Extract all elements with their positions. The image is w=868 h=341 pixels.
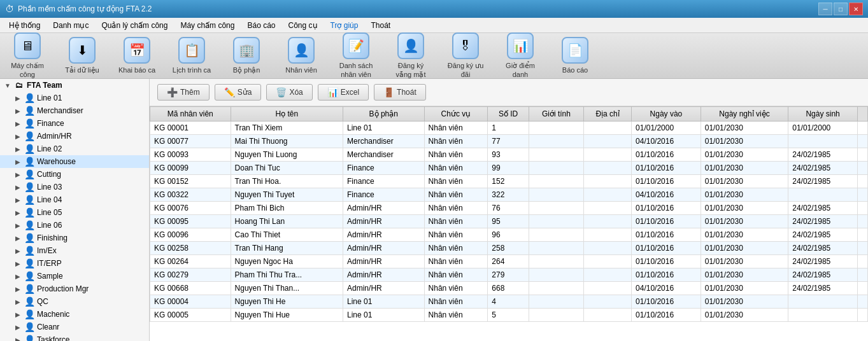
- table-row[interactable]: KG 00005Nguyen Thi HueLine 01Nhân viên50…: [150, 309, 868, 322]
- table-row[interactable]: KG 00322Nguyen Thi TuyetFinanceNhân viên…: [150, 188, 868, 202]
- cell-4-8: 01/01/2030: [701, 175, 788, 188]
- sidebar-label-16: QC: [36, 297, 48, 306]
- table-row[interactable]: KG 00077Mai Thi ThuongMerchandiserNhân v…: [150, 135, 868, 148]
- table-row[interactable]: KG 00258Tran Thi HangAdmin/HRNhân viên25…: [150, 242, 868, 255]
- toggle-15: ▶: [13, 286, 23, 293]
- toggle-12: ▶: [13, 247, 23, 254]
- close-button[interactable]: ✕: [849, 3, 863, 15]
- cell-5-9: [788, 188, 858, 202]
- sidebar-item-line-05[interactable]: ▶ 👤 Line 05: [0, 206, 149, 219]
- toolbar-btn-9[interactable]: 📊Giờ điểm danh: [498, 30, 543, 81]
- menu-item-máy-chấm-công[interactable]: Máy chấm công: [174, 20, 241, 31]
- sidebar-item-line-03[interactable]: ▶ 👤 Line 03: [0, 181, 149, 193]
- toolbar-label-8: Đăng ký ưu đãi: [448, 62, 484, 78]
- cell-2-3: Nhân viên: [424, 148, 488, 162]
- menu-item-danh-mục[interactable]: Danh mục: [46, 20, 95, 31]
- menu-item-quản-lý-chấm-công[interactable]: Quản lý chấm công: [95, 20, 174, 31]
- toggle-2: ▶: [13, 120, 23, 127]
- toolbar-btn-5[interactable]: 👤Nhân viên: [279, 34, 324, 77]
- action-toolbar: ➕ Thêm ✏️ Sửa 🗑️ Xóa 📊 Excel 🚪 Thoát: [150, 79, 868, 106]
- cell-14-6: [584, 309, 632, 322]
- toolbar-icon-5: 👤: [288, 37, 315, 64]
- toolbar-btn-4[interactable]: 🏢Bộ phận: [224, 34, 269, 77]
- col-header-6: Địa chỉ: [584, 107, 632, 122]
- excel-button[interactable]: 📊 Excel: [318, 84, 369, 101]
- sidebar-item-machenic[interactable]: ▶ 👤 Machenic: [0, 308, 149, 321]
- sidebar-item-merchandiser[interactable]: ▶ 👤 Merchandiser: [0, 104, 149, 117]
- menu-item-hệ-thống[interactable]: Hệ thống: [3, 20, 46, 31]
- sidebar-item-cutting[interactable]: ▶ 👤 Cutting: [0, 168, 149, 181]
- cell-4-3: Nhân viên: [424, 175, 488, 188]
- sidebar-item-im/ex[interactable]: ▶ 👤 Im/Ex: [0, 244, 149, 257]
- thoat-button[interactable]: 🚪 Thoát: [374, 84, 426, 101]
- sidebar-item-cleanr[interactable]: ▶ 👤 Cleanr: [0, 321, 149, 333]
- table-row[interactable]: KG 00095Hoang Thi LanAdmin/HRNhân viên95…: [150, 215, 868, 228]
- toolbar-btn-7[interactable]: 👤Đăng ký vắng mặt: [388, 30, 433, 81]
- sidebar-item-production-mgr[interactable]: ▶ 👤 Production Mgr: [0, 282, 149, 295]
- table-row[interactable]: KG 00264Nguyen Ngoc HaAdmin/HRNhân viên2…: [150, 255, 868, 268]
- table-row[interactable]: KG 00001Tran Thi XiemLine 01Nhân viên101…: [150, 122, 868, 135]
- table-row[interactable]: KG 00093Nguyen Thi LuongMerchandiserNhân…: [150, 148, 868, 162]
- table-row[interactable]: KG 00076Pham Thi BichAdmin/HRNhân viên76…: [150, 202, 868, 215]
- sidebar-item-taskforce[interactable]: ▶ 👤 Taskforce: [0, 333, 149, 341]
- xoa-icon: 🗑️: [276, 87, 287, 97]
- sidebar-item-admin/hr[interactable]: ▶ 👤 Admin/HR: [0, 130, 149, 143]
- sidebar-item-qc[interactable]: ▶ 👤 QC: [0, 295, 149, 308]
- menu-item-công-cụ[interactable]: Công cụ: [282, 20, 324, 31]
- sidebar-item-line-06[interactable]: ▶ 👤 Line 06: [0, 219, 149, 232]
- table-row[interactable]: KG 00152Tran Thi Hoa.FinanceNhân viên152…: [150, 175, 868, 188]
- maximize-button[interactable]: □: [834, 3, 848, 15]
- cell-0-3: Nhân viên: [424, 122, 488, 135]
- cell-extra: [858, 148, 868, 162]
- sidebar[interactable]: ▼ 🗂 FTA Team ▶ 👤 Line 01 ▶ 👤 Merchandise…: [0, 79, 150, 341]
- them-button[interactable]: ➕ Thêm: [157, 84, 210, 101]
- sidebar-label-2: Finance: [36, 119, 64, 128]
- toolbar-btn-8[interactable]: 🎖Đăng ký ưu đãi: [443, 30, 488, 81]
- sidebar-root[interactable]: ▼ 🗂 FTA Team: [0, 79, 149, 92]
- sidebar-item-line-01[interactable]: ▶ 👤 Line 01: [0, 92, 149, 104]
- cell-10-4: 264: [488, 255, 529, 268]
- sidebar-item-line-04[interactable]: ▶ 👤 Line 04: [0, 193, 149, 206]
- toggle-7: ▶: [13, 184, 23, 191]
- table-row[interactable]: KG 00096Cao Thi ThietAdmin/HRNhân viên96…: [150, 228, 868, 242]
- menu-item-trợ-giúp[interactable]: Trợ giúp: [324, 20, 365, 31]
- toolbar-icon-3: 📋: [178, 37, 205, 64]
- toolbar-label-10: Báo cáo: [562, 66, 588, 74]
- xoa-button[interactable]: 🗑️ Xóa: [266, 84, 312, 101]
- sidebar-item-line-02[interactable]: ▶ 👤 Line 02: [0, 143, 149, 155]
- toolbar-btn-6[interactable]: 📝Danh sách nhân viên: [334, 30, 378, 81]
- sidebar-item-it/erp[interactable]: ▶ 👤 IT/ERP: [0, 257, 149, 270]
- cell-1-8: 01/01/2030: [701, 135, 788, 148]
- toolbar-btn-3[interactable]: 📋Lịch trình ca: [169, 34, 214, 77]
- toolbar-label-2: Khai báo ca: [118, 66, 155, 74]
- person-icon-17: 👤: [23, 309, 36, 319]
- cell-11-9: 24/02/1985: [788, 268, 858, 282]
- data-table-container[interactable]: Mã nhân viênHọ tênBộ phậnChức vụSố IDGiớ…: [150, 106, 868, 341]
- cell-13-9: [788, 295, 858, 309]
- toolbar-btn-1[interactable]: ⬇Tải dữ liệu: [60, 34, 104, 77]
- person-icon-2: 👤: [23, 118, 36, 129]
- table-row[interactable]: KG 00279Pham Thi Thu Tra...Admin/HRNhân …: [150, 268, 868, 282]
- toolbar-btn-10[interactable]: 📄Báo cáo: [553, 34, 597, 77]
- table-row[interactable]: KG 00099Doan Thi TucFinanceNhân viên9901…: [150, 162, 868, 175]
- cell-13-8: 01/01/2030: [701, 295, 788, 309]
- table-row[interactable]: KG 00668Nguyen Thi Than...Admin/HRNhân v…: [150, 282, 868, 295]
- sidebar-item-finance[interactable]: ▶ 👤 Finance: [0, 117, 149, 130]
- sidebar-label-18: Cleanr: [36, 323, 59, 331]
- col-header-4: Số ID: [488, 107, 529, 122]
- toolbar-btn-0[interactable]: 🖥Máy chấm công: [5, 30, 50, 81]
- sidebar-item-finishing[interactable]: ▶ 👤 Finishing: [0, 232, 149, 244]
- sidebar-label-11: Finishing: [36, 233, 68, 242]
- toolbar-btn-2[interactable]: 📅Khai báo ca: [115, 34, 159, 77]
- sidebar-label-8: Line 04: [36, 195, 62, 204]
- sidebar-item-sample[interactable]: ▶ 👤 Sample: [0, 270, 149, 282]
- sidebar-item-warehouse[interactable]: ▶ 👤 Warehouse: [0, 155, 149, 168]
- sua-button[interactable]: ✏️ Sửa: [215, 84, 262, 101]
- table-row[interactable]: KG 00004Nguyen Thi HeLine 01Nhân viên401…: [150, 295, 868, 309]
- cell-13-3: Nhân viên: [424, 295, 488, 309]
- menu-item-thoát[interactable]: Thoát: [364, 20, 397, 31]
- minimize-button[interactable]: ─: [818, 3, 832, 15]
- menu-item-báo-cáo[interactable]: Báo cáo: [241, 20, 281, 31]
- cell-14-0: KG 00005: [150, 309, 231, 322]
- cell-6-2: Admin/HR: [343, 202, 425, 215]
